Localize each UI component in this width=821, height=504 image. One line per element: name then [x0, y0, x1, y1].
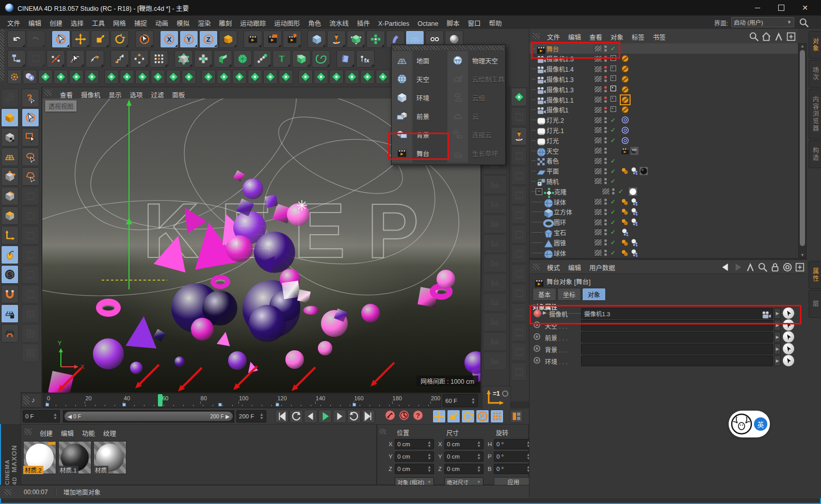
menu-15[interactable]: 插件 [353, 15, 374, 30]
layer-swatch[interactable] [594, 219, 602, 226]
material-材质[interactable]: 材质 [93, 441, 126, 481]
tag-spheredots[interactable] [621, 228, 630, 237]
axis-scale-widget[interactable]: =1 [482, 386, 511, 410]
render-visibility-dot[interactable] [604, 161, 607, 164]
mesh-tool-5[interactable] [511, 186, 527, 204]
editor-visibility-dot[interactable] [604, 45, 607, 48]
arrowUp-icon[interactable] [773, 31, 782, 40]
lock-icon[interactable] [769, 262, 778, 270]
frame-range-slider[interactable]: ◀ 0 F200 F ▶ [63, 410, 234, 422]
home-icon[interactable] [761, 31, 770, 40]
render-visibility-dot[interactable] [604, 110, 607, 113]
editor-visibility-dot[interactable] [604, 107, 607, 109]
axis-edit-tool[interactable] [46, 50, 65, 68]
render-visibility-dot[interactable] [604, 243, 607, 246]
layer-swatch[interactable] [594, 86, 602, 93]
pick-object-button[interactable] [783, 319, 794, 331]
mograph-effector-17[interactable] [279, 70, 293, 84]
menu-16[interactable]: X-Particles [374, 18, 413, 30]
tag-protect[interactable] [621, 85, 630, 94]
mesh-tool-11[interactable] [511, 303, 527, 322]
material-材质.2[interactable]: 材质.2 [23, 441, 56, 481]
enable-state[interactable]: ✓ [608, 177, 618, 185]
menu-17[interactable]: Octane [413, 18, 442, 30]
tag-protect[interactable] [621, 105, 630, 114]
object-row-摄像机1.3[interactable]: 摄像机1.3 [529, 74, 798, 84]
menu-0[interactable]: 文件 [3, 15, 24, 30]
polygon-object[interactable] [233, 50, 252, 68]
tag-protect[interactable] [621, 54, 630, 63]
pick-object-button[interactable] [783, 307, 794, 319]
timeline-note-tile[interactable]: ♪ [21, 393, 42, 408]
attribute-manager-menu-2[interactable]: 用户数据 [585, 260, 619, 275]
tag-spheredots[interactable] [630, 167, 639, 175]
field-menu-button[interactable]: ▶ [774, 355, 781, 366]
keyframe-marker-160[interactable] [352, 403, 356, 407]
tool-slot-5[interactable] [22, 265, 39, 284]
lasso-selection[interactable] [22, 148, 39, 166]
tag-spheredots[interactable] [630, 218, 639, 226]
record-keyframe-button[interactable] [384, 410, 398, 423]
enable-state[interactable] [608, 96, 618, 103]
object-manager-menu-3[interactable]: 对象 [606, 29, 627, 44]
mograph-effector-9[interactable] [151, 70, 165, 84]
view-label[interactable]: 透视视图 [45, 101, 76, 111]
render-visibility-dot[interactable] [604, 49, 607, 52]
render-visibility-dot[interactable] [612, 192, 615, 194]
material-menu-3[interactable]: 纹理 [99, 426, 120, 441]
keyframe-marker-40[interactable] [122, 403, 126, 407]
object-manager-scrollbar[interactable]: ▲ ▼ [798, 43, 807, 258]
editor-visibility-dot[interactable] [604, 199, 607, 201]
mesh-tool-2[interactable] [511, 127, 527, 145]
layer-swatch[interactable] [594, 106, 602, 113]
material-材质.1[interactable]: 材质.1 [58, 441, 91, 481]
mograph-effector-6[interactable] [104, 70, 119, 84]
render-visibility-dot[interactable] [604, 121, 607, 123]
object-row-摄像机1.3[interactable]: 摄像机1.3 [529, 84, 798, 94]
enable-state[interactable]: ✓ [608, 157, 618, 165]
tag-spheredots[interactable] [630, 207, 639, 216]
object-manager-menu-0[interactable]: 文件 [543, 29, 564, 44]
scroll-down-arrow[interactable]: ▼ [799, 253, 806, 257]
scroll-thumb[interactable] [800, 50, 805, 246]
workplane-rotate[interactable] [1, 324, 19, 343]
env-menu-item-环境[interactable]: 环境 [392, 88, 446, 107]
search-icon[interactable] [798, 17, 808, 27]
motext-generator[interactable]: T [272, 50, 291, 68]
go-to-start-button[interactable] [275, 410, 288, 423]
render-visibility-dot[interactable] [604, 100, 607, 103]
tag-phong[interactable] [621, 249, 630, 257]
mograph-effector-15[interactable] [248, 70, 262, 84]
object-row-摄像机1.4[interactable]: 摄像机1.4 [529, 64, 798, 74]
loop-playback-button[interactable] [347, 410, 361, 423]
coord-field-位置-Y[interactable]: 0 cm▲▼ [395, 451, 434, 462]
layer-swatch[interactable] [594, 208, 602, 216]
surface-tool-4[interactable] [483, 234, 507, 253]
attribute-tab-对象[interactable]: 对象 [582, 288, 606, 301]
link-inactive-dot[interactable] [534, 321, 540, 328]
key-parameter-toggle[interactable]: P [476, 410, 489, 423]
mograph-effector-0[interactable] [7, 70, 22, 84]
lock-x-axis[interactable]: X [160, 30, 179, 48]
editor-visibility-dot[interactable] [612, 188, 615, 191]
render-view-button[interactable] [244, 30, 262, 48]
tag-phong[interactable] [621, 238, 630, 247]
play-forward-button[interactable] [318, 410, 332, 423]
mograph-effector-23[interactable] [376, 70, 390, 84]
interface-dropdown[interactable]: 启动 (用户) ▼ [731, 17, 794, 27]
surface-tool-2[interactable] [483, 195, 507, 214]
mesh-tool-4[interactable] [511, 166, 527, 185]
redo-button[interactable] [27, 30, 45, 48]
coord-field-尺寸-Y[interactable]: 0 cm▲▼ [444, 451, 484, 462]
layer-swatch[interactable] [594, 66, 602, 73]
spline-pen-menu[interactable] [327, 30, 346, 48]
dots-slot-2[interactable] [22, 324, 39, 343]
enable-state[interactable]: ✓ [608, 45, 618, 52]
spline-swirl[interactable] [312, 50, 330, 68]
panel-tab-内容浏览器[interactable]: 内容浏览器 [809, 89, 821, 139]
target2-icon[interactable] [782, 262, 791, 270]
tag-phong[interactable] [621, 207, 630, 216]
menu-12[interactable]: 运动图形 [270, 15, 304, 30]
render-visibility-dot[interactable] [604, 70, 607, 72]
object-manager-menu-5[interactable]: 书签 [649, 29, 670, 44]
